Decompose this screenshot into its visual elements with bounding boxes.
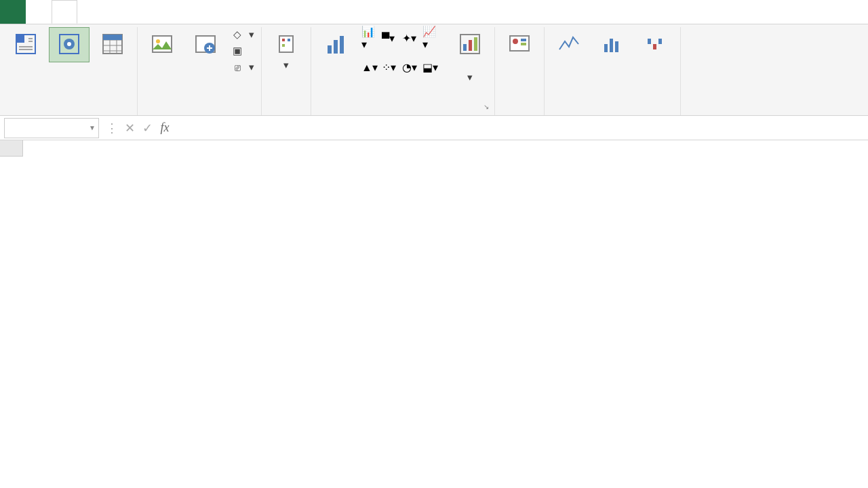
stock-chart-icon[interactable]: ✦▾ — [402, 30, 418, 46]
pivottable-button[interactable] — [5, 27, 46, 62]
shapes-icon: ◇ — [231, 28, 243, 41]
svg-point-23 — [513, 39, 518, 44]
screenshot-button[interactable]: ⎚ ▾ — [229, 60, 257, 75]
power-view-icon — [506, 30, 533, 58]
svg-rect-25 — [521, 43, 526, 45]
separator-icon: ⋮ — [103, 119, 121, 137]
table-icon — [99, 30, 126, 58]
power-view-button[interactable] — [499, 27, 540, 62]
svg-rect-29 — [648, 39, 651, 44]
svg-point-8 — [156, 39, 160, 43]
ribbon: ◇ ▾ ▣ ⎚ ▾ ▾ 📊▾ ▀▾ ✦▾ 📈▾ — [0, 24, 868, 116]
scatter-chart-icon[interactable]: ⁘▾ — [382, 59, 398, 75]
pictures-button[interactable] — [142, 27, 182, 75]
sparkline-line-button[interactable] — [549, 27, 589, 62]
name-box-dropdown-icon[interactable]: ▼ — [89, 124, 96, 131]
column-chart-icon[interactable]: 📊▾ — [361, 30, 378, 46]
pivotchart-label: ▾ — [467, 59, 473, 83]
pivotchart-button[interactable]: ▾ — [450, 27, 490, 87]
tab-file[interactable] — [0, 0, 26, 24]
recommended-pivot-icon — [56, 30, 83, 58]
select-all-corner[interactable] — [0, 140, 23, 157]
sparkline-column-icon — [599, 30, 626, 58]
svg-rect-15 — [328, 45, 332, 54]
apps-for-office-button[interactable]: ▾ — [266, 27, 307, 75]
svg-rect-12 — [282, 39, 285, 41]
rec-charts-icon — [322, 30, 349, 58]
sparkline-column-button[interactable] — [592, 27, 633, 62]
svg-rect-7 — [153, 36, 172, 52]
svg-rect-13 — [288, 39, 290, 41]
tab-page-layout[interactable] — [77, 0, 103, 24]
insert-function-icon[interactable]: fx — [156, 119, 174, 137]
tab-view[interactable] — [180, 0, 206, 24]
tab-data[interactable] — [129, 0, 155, 24]
smartart-icon: ▣ — [231, 45, 243, 57]
svg-rect-11 — [279, 36, 293, 52]
formula-bar: ▼ ⋮ ✕ ✓ fx — [0, 116, 868, 140]
svg-rect-19 — [463, 44, 467, 51]
bar-chart-icon[interactable]: ▀▾ — [382, 30, 398, 46]
sparkline-winloss-button[interactable] — [635, 27, 676, 62]
tab-review[interactable] — [155, 0, 180, 24]
svg-rect-26 — [604, 44, 608, 52]
svg-rect-6 — [103, 35, 122, 40]
tab-insert[interactable] — [52, 0, 77, 24]
tab-home[interactable] — [26, 0, 52, 24]
svg-rect-16 — [334, 40, 338, 54]
smartart-button[interactable]: ▣ — [229, 43, 257, 58]
svg-rect-24 — [521, 39, 526, 41]
shapes-button[interactable]: ◇ ▾ — [229, 27, 257, 42]
sparkline-winloss-icon — [642, 30, 669, 58]
group-charts: 📊▾ ▀▾ ✦▾ 📈▾ ▲▾ ⁘▾ ◔▾ ⬓▾ ▾ ↘ — [311, 27, 495, 115]
svg-point-4 — [67, 42, 71, 46]
svg-rect-17 — [340, 36, 344, 54]
svg-rect-30 — [653, 44, 656, 49]
charts-dialog-launcher-icon[interactable]: ↘ — [484, 103, 493, 113]
formula-input[interactable] — [174, 118, 868, 138]
table-button[interactable] — [92, 27, 133, 62]
svg-rect-31 — [658, 39, 662, 44]
svg-rect-1 — [16, 35, 24, 43]
cancel-formula-icon[interactable]: ✕ — [121, 119, 138, 137]
screenshot-icon: ⎚ — [231, 61, 243, 73]
tab-formulas[interactable] — [103, 0, 129, 24]
online-pictures-icon — [192, 30, 219, 58]
recommended-pivottables-button[interactable] — [49, 27, 90, 62]
tab-design[interactable] — [232, 0, 258, 24]
svg-rect-20 — [469, 40, 472, 51]
group-illustrations: ◇ ▾ ▣ ⎚ ▾ — [138, 27, 262, 115]
pivotchart-icon — [456, 30, 484, 58]
svg-rect-27 — [610, 39, 613, 52]
apps-label: ▾ — [283, 59, 289, 71]
pictures-icon — [149, 30, 176, 58]
group-apps: ▾ — [262, 27, 311, 115]
name-box[interactable]: ▼ — [4, 118, 99, 138]
area-chart-icon[interactable]: ▲▾ — [361, 59, 378, 75]
pie-chart-icon[interactable]: ◔▾ — [402, 59, 418, 75]
svg-rect-21 — [474, 37, 477, 51]
online-pictures-button[interactable] — [185, 27, 226, 75]
worksheet-grid — [0, 140, 868, 157]
ribbon-tabs — [0, 0, 868, 24]
enter-formula-icon[interactable]: ✓ — [138, 119, 156, 137]
apps-icon — [273, 30, 300, 58]
row-headers — [0, 140, 23, 157]
group-sparklines — [545, 27, 681, 115]
combo-chart-icon[interactable]: ⬓▾ — [422, 59, 439, 75]
sparkline-line-icon — [555, 30, 583, 58]
svg-rect-28 — [615, 41, 618, 52]
recommended-charts-button[interactable] — [315, 27, 356, 87]
line-chart-icon[interactable]: 📈▾ — [422, 30, 439, 46]
pivottable-icon — [12, 30, 39, 58]
svg-rect-14 — [282, 44, 285, 47]
group-reports — [495, 27, 545, 115]
chart-type-icons: 📊▾ ▀▾ ✦▾ 📈▾ ▲▾ ⁘▾ ◔▾ ⬓▾ — [359, 27, 447, 87]
group-tables — [1, 27, 138, 115]
tab-developer[interactable] — [206, 0, 232, 24]
